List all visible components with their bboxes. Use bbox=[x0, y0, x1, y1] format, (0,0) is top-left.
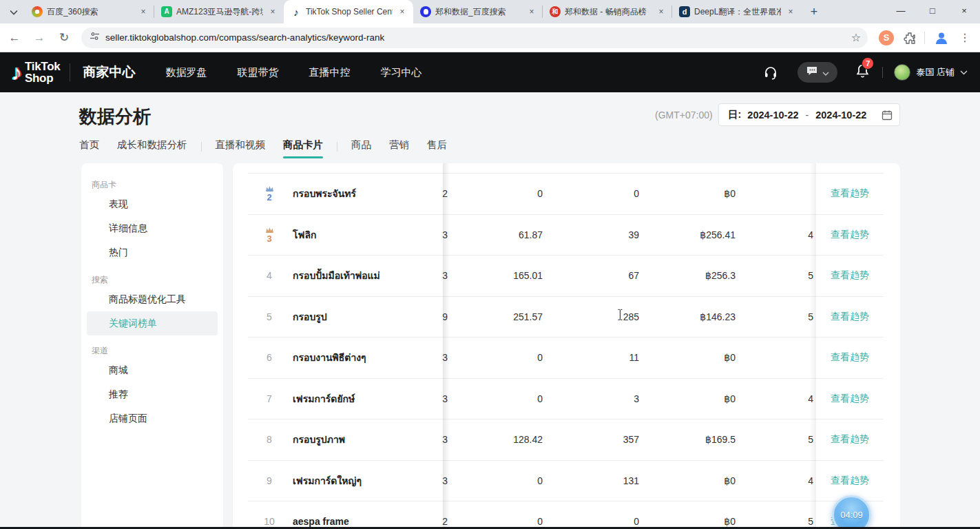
headset-icon[interactable] bbox=[763, 65, 778, 80]
url-text[interactable]: seller.tiktokglobalshop.com/compass/sear… bbox=[105, 32, 851, 43]
calendar-icon[interactable] bbox=[882, 110, 893, 121]
date-end[interactable]: 2024-10-22 bbox=[815, 110, 866, 121]
sidebar-item[interactable]: 店铺页面 bbox=[87, 406, 218, 431]
close-window-button[interactable]: × bbox=[948, 0, 980, 21]
gmv-cell: ฿169.5 bbox=[647, 434, 736, 445]
maximize-button[interactable]: □ bbox=[917, 0, 948, 21]
page-tab[interactable]: 商品卡片 bbox=[283, 138, 323, 156]
sidebar-section-title: 商品卡 bbox=[81, 177, 223, 192]
tiktok-note-icon: ♪ bbox=[11, 60, 22, 85]
value-cell-a: 0 bbox=[455, 188, 543, 199]
action-cell: 查看趋势 bbox=[816, 311, 884, 323]
screen: 百度_360搜索×AAMZ123亚马逊导航-跨境×♪TikTok Shop Se… bbox=[0, 0, 980, 529]
value-cell-a: 0 bbox=[455, 475, 543, 486]
page-tab[interactable]: 成长和数据分析 bbox=[117, 138, 187, 156]
rank-cell: 7 bbox=[253, 393, 285, 404]
keyword-table-card: 2กรอบพระจันทร์200฿0查看趋势3โฟลิก361.8739฿25… bbox=[233, 163, 900, 529]
forward-button[interactable]: → bbox=[29, 28, 50, 48]
page-tab[interactable]: 首页 bbox=[79, 138, 99, 156]
clipped-value-left: 2 bbox=[439, 516, 448, 527]
sidebar-item[interactable]: 关键词榜单 bbox=[87, 311, 218, 335]
page-tab[interactable]: 售后 bbox=[427, 138, 447, 156]
value-cell-a: 0 bbox=[455, 352, 543, 363]
app-nav-item[interactable]: 商家中心 bbox=[83, 63, 135, 81]
sidebar-item[interactable]: 表现 bbox=[87, 192, 218, 216]
browser-tab[interactable]: 郑和数据_百度搜索× bbox=[413, 0, 543, 23]
clipped-value-right: 4 bbox=[802, 229, 813, 240]
browser-tab[interactable]: 百度_360搜索× bbox=[25, 0, 154, 23]
close-tab-icon[interactable]: × bbox=[267, 6, 278, 17]
view-trend-link[interactable]: 查看趋势 bbox=[831, 433, 869, 444]
view-trend-link[interactable]: 查看趋势 bbox=[831, 393, 869, 404]
back-button[interactable]: ← bbox=[4, 28, 25, 48]
table-row: 7เฟรมการ์ดยักษ์303฿04查看趋势 bbox=[248, 379, 884, 420]
minimize-button[interactable]: — bbox=[885, 0, 917, 21]
app-nav: 商家中心数据罗盘联盟带货直播中控学习中心 bbox=[83, 63, 421, 81]
page-tab[interactable]: 营销 bbox=[389, 138, 409, 156]
browser-tab[interactable]: 和郑和数据 - 畅销商品榜× bbox=[543, 0, 672, 23]
extensions-puzzle-icon[interactable] bbox=[904, 32, 916, 44]
baidu-favicon-icon bbox=[420, 6, 431, 17]
shop-avatar[interactable] bbox=[894, 64, 910, 81]
keyword-cell: กรอบงานพิธีต่างๆ bbox=[293, 350, 366, 365]
view-trend-link[interactable]: 查看趋势 bbox=[831, 229, 869, 240]
close-tab-icon[interactable]: × bbox=[138, 6, 149, 17]
action-cell: 查看趋势 bbox=[816, 393, 884, 405]
sidebar: 商品卡表现详细信息热门搜索商品标题优化工具关键词榜单渠道商城推荐店铺页面 bbox=[81, 163, 223, 529]
sidebar-item[interactable]: 推荐 bbox=[87, 382, 218, 406]
table-row: 5กรอบรูป9251.57285฿146.235查看趋势 bbox=[248, 297, 884, 338]
site-settings-icon[interactable] bbox=[90, 31, 100, 44]
browser-profile-avatar[interactable] bbox=[933, 30, 950, 46]
view-trend-link[interactable]: 查看趋势 bbox=[831, 475, 869, 486]
keyword-cell: เฟรมการ์ดใหญ่ๆ bbox=[293, 473, 362, 488]
toolbar-divider bbox=[924, 32, 925, 44]
rank-cell: 2 bbox=[253, 186, 285, 202]
value-cell-b: 131 bbox=[551, 475, 639, 486]
timer-bubble[interactable]: 04:09 bbox=[832, 495, 871, 529]
browser-tab[interactable]: dDeepL翻译：全世界最准× bbox=[672, 0, 802, 23]
tab-title: DeepL翻译：全世界最准 bbox=[694, 6, 781, 18]
chevron-down-icon[interactable] bbox=[960, 70, 968, 75]
browser-menu-icon[interactable]: ⋮ bbox=[957, 31, 973, 44]
tiktok-shop-logo[interactable]: ♪ TikTokShop bbox=[11, 60, 60, 85]
browser-tab[interactable]: AAMZ123亚马逊导航-跨境× bbox=[154, 0, 284, 23]
view-trend-link[interactable]: 查看趋势 bbox=[831, 351, 869, 362]
view-trend-link[interactable]: 查看趋势 bbox=[831, 269, 869, 280]
app-nav-item[interactable]: 学习中心 bbox=[380, 66, 421, 79]
clipped-value-right: 5 bbox=[802, 311, 813, 322]
sidebar-item[interactable]: 商品标题优化工具 bbox=[87, 287, 218, 311]
messages-button[interactable] bbox=[797, 62, 837, 83]
page-tab[interactable]: 商品 bbox=[351, 138, 371, 156]
gmv-cell: ฿0 bbox=[647, 516, 736, 527]
sidebar-item[interactable]: 详细信息 bbox=[87, 216, 218, 240]
amz123-favicon-icon: A bbox=[161, 6, 172, 17]
date-start[interactable]: 2024-10-22 bbox=[747, 110, 798, 121]
header-divider bbox=[882, 67, 883, 78]
app-nav-item[interactable]: 联盟带货 bbox=[237, 66, 278, 79]
value-cell-b: 0 bbox=[551, 188, 639, 199]
date-range-picker[interactable]: 日: 2024-10-22 - 2024-10-22 bbox=[718, 103, 900, 126]
reload-button[interactable]: ↻ bbox=[54, 28, 74, 48]
app-nav-item[interactable]: 直播中控 bbox=[309, 66, 350, 79]
sidebar-item[interactable]: 热门 bbox=[87, 240, 218, 264]
chevron-down-icon bbox=[822, 66, 829, 79]
app-nav-item[interactable]: 数据罗盘 bbox=[165, 66, 207, 79]
date-granularity-label: 日: bbox=[728, 108, 741, 121]
notifications-button[interactable]: 7 bbox=[855, 63, 870, 81]
bookmark-star-icon[interactable]: ☆ bbox=[851, 31, 861, 44]
close-tab-icon[interactable]: × bbox=[656, 6, 667, 17]
tab-search-button[interactable] bbox=[4, 2, 23, 21]
close-tab-icon[interactable]: × bbox=[397, 6, 408, 17]
shop-name[interactable]: 泰国 店铺 bbox=[916, 66, 955, 79]
view-trend-link[interactable]: 查看趋势 bbox=[831, 311, 869, 322]
extension-s-icon[interactable]: S bbox=[879, 30, 894, 45]
view-trend-link[interactable]: 查看趋势 bbox=[831, 187, 869, 198]
text-cursor-icon bbox=[617, 309, 623, 323]
close-tab-icon[interactable]: × bbox=[785, 6, 796, 17]
browser-tab[interactable]: ♪TikTok Shop Seller Cente× bbox=[284, 0, 413, 23]
new-tab-button[interactable]: + bbox=[804, 2, 824, 21]
page-tab[interactable]: 直播和视频 bbox=[216, 138, 266, 156]
sidebar-item[interactable]: 商城 bbox=[87, 358, 218, 382]
close-tab-icon[interactable]: × bbox=[526, 6, 537, 17]
address-bar[interactable]: seller.tiktokglobalshop.com/compass/sear… bbox=[81, 28, 868, 48]
